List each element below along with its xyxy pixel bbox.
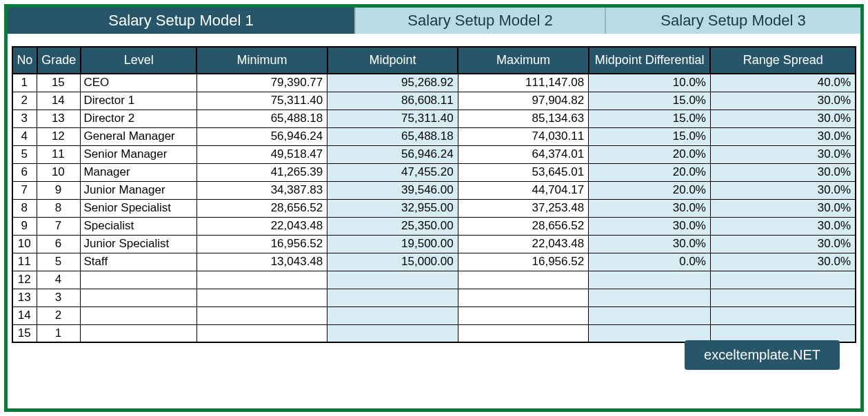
cell-minimum[interactable]: 34,387.83 (196, 181, 327, 199)
cell-level[interactable]: Junior Specialist (81, 235, 196, 253)
cell-level[interactable]: Staff (81, 253, 196, 271)
cell-range-spread[interactable]: 40.0% (710, 74, 856, 92)
cell-midpoint-diff[interactable]: 30.0% (589, 199, 711, 217)
cell-maximum[interactable]: 97,904.82 (458, 92, 588, 110)
cell-no[interactable]: 11 (12, 253, 37, 271)
cell-level[interactable] (81, 289, 196, 306)
cell-midpoint-diff[interactable]: 15.0% (589, 127, 711, 145)
cell-level[interactable] (81, 324, 196, 342)
cell-minimum[interactable] (196, 289, 327, 306)
cell-level[interactable]: Senior Manager (81, 145, 196, 163)
cell-no[interactable]: 7 (12, 181, 37, 199)
cell-no[interactable]: 15 (12, 324, 37, 342)
cell-grade[interactable]: 5 (37, 253, 81, 271)
cell-maximum[interactable]: 85,134.63 (458, 110, 588, 127)
cell-grade[interactable]: 8 (37, 199, 81, 217)
cell-midpoint-diff[interactable]: 20.0% (589, 163, 711, 181)
cell-minimum[interactable]: 41,265.39 (196, 163, 327, 181)
cell-grade[interactable]: 9 (37, 181, 81, 199)
cell-range-spread[interactable]: 30.0% (710, 181, 856, 199)
cell-level[interactable] (81, 271, 196, 289)
cell-midpoint-diff[interactable] (589, 289, 711, 306)
cell-no[interactable]: 10 (12, 235, 37, 253)
cell-range-spread[interactable]: 30.0% (710, 217, 856, 235)
cell-maximum[interactable]: 22,043.48 (458, 235, 588, 253)
cell-no[interactable]: 5 (12, 145, 37, 163)
cell-level[interactable]: Director 2 (81, 110, 196, 127)
cell-midpoint-diff[interactable]: 15.0% (589, 92, 711, 110)
cell-midpoint[interactable] (327, 324, 458, 342)
cell-range-spread[interactable]: 30.0% (710, 199, 856, 217)
cell-no[interactable]: 14 (12, 306, 37, 324)
cell-level[interactable]: CEO (81, 74, 196, 92)
cell-grade[interactable]: 13 (37, 110, 81, 127)
cell-no[interactable]: 1 (12, 74, 37, 92)
cell-no[interactable]: 6 (12, 163, 37, 181)
cell-midpoint[interactable]: 86,608.11 (327, 92, 458, 110)
cell-midpoint-diff[interactable] (589, 306, 711, 324)
cell-maximum[interactable]: 37,253.48 (458, 199, 588, 217)
cell-grade[interactable]: 11 (37, 145, 81, 163)
cell-minimum[interactable]: 49,518.47 (196, 145, 327, 163)
cell-no[interactable]: 12 (12, 271, 37, 289)
cell-midpoint[interactable]: 15,000.00 (327, 253, 458, 271)
cell-no[interactable]: 2 (12, 92, 37, 110)
cell-range-spread[interactable] (710, 289, 856, 306)
cell-range-spread[interactable]: 30.0% (710, 127, 856, 145)
cell-grade[interactable]: 6 (37, 235, 81, 253)
cell-range-spread[interactable]: 30.0% (710, 145, 856, 163)
cell-range-spread[interactable]: 30.0% (710, 253, 856, 271)
cell-minimum[interactable]: 13,043.48 (196, 253, 327, 271)
cell-midpoint[interactable]: 56,946.24 (327, 145, 458, 163)
tab-model-2[interactable]: Salary Setup Model 2 (356, 8, 606, 34)
cell-minimum[interactable]: 75,311.40 (196, 92, 327, 110)
cell-grade[interactable]: 3 (37, 289, 81, 306)
cell-no[interactable]: 3 (12, 110, 37, 127)
cell-midpoint[interactable]: 95,268.92 (327, 74, 458, 92)
cell-minimum[interactable]: 65,488.18 (196, 110, 327, 127)
tab-model-1[interactable]: Salary Setup Model 1 (8, 8, 356, 34)
cell-midpoint[interactable]: 19,500.00 (327, 235, 458, 253)
cell-midpoint[interactable]: 25,350.00 (327, 217, 458, 235)
cell-minimum[interactable]: 22,043.48 (196, 217, 327, 235)
cell-midpoint-diff[interactable]: 30.0% (589, 235, 711, 253)
cell-level[interactable]: Junior Manager (81, 181, 196, 199)
cell-midpoint[interactable] (327, 271, 458, 289)
cell-midpoint[interactable]: 32,955.00 (327, 199, 458, 217)
cell-midpoint-diff[interactable]: 20.0% (589, 145, 711, 163)
cell-maximum[interactable] (458, 289, 588, 306)
cell-midpoint[interactable] (327, 306, 458, 324)
cell-range-spread[interactable]: 30.0% (710, 92, 856, 110)
cell-maximum[interactable]: 16,956.52 (458, 253, 588, 271)
cell-maximum[interactable]: 44,704.17 (458, 181, 588, 199)
cell-level[interactable]: General Manager (81, 127, 196, 145)
cell-grade[interactable]: 1 (37, 324, 81, 342)
cell-level[interactable]: Senior Specialist (81, 199, 196, 217)
cell-maximum[interactable]: 64,374.01 (458, 145, 588, 163)
tab-model-3[interactable]: Salary Setup Model 3 (606, 8, 860, 34)
cell-range-spread[interactable]: 30.0% (710, 110, 856, 127)
cell-maximum[interactable]: 28,656.52 (458, 217, 588, 235)
cell-no[interactable]: 13 (12, 289, 37, 306)
cell-grade[interactable]: 2 (37, 306, 81, 324)
cell-no[interactable]: 4 (12, 127, 37, 145)
cell-range-spread[interactable] (710, 306, 856, 324)
cell-level[interactable]: Manager (81, 163, 196, 181)
cell-minimum[interactable]: 28,656.52 (196, 199, 327, 217)
cell-midpoint[interactable]: 75,311.40 (327, 110, 458, 127)
cell-grade[interactable]: 10 (37, 163, 81, 181)
cell-maximum[interactable]: 74,030.11 (458, 127, 588, 145)
cell-grade[interactable]: 12 (37, 127, 81, 145)
cell-grade[interactable]: 7 (37, 217, 81, 235)
cell-grade[interactable]: 14 (37, 92, 81, 110)
cell-minimum[interactable] (196, 271, 327, 289)
cell-grade[interactable]: 15 (37, 74, 81, 92)
cell-midpoint-diff[interactable]: 30.0% (589, 217, 711, 235)
cell-range-spread[interactable] (710, 271, 856, 289)
cell-midpoint-diff[interactable]: 0.0% (589, 253, 711, 271)
cell-midpoint-diff[interactable] (589, 271, 711, 289)
cell-level[interactable]: Director 1 (81, 92, 196, 110)
cell-maximum[interactable]: 111,147.08 (458, 74, 588, 92)
cell-grade[interactable]: 4 (37, 271, 81, 289)
cell-minimum[interactable]: 79,390.77 (196, 74, 327, 92)
